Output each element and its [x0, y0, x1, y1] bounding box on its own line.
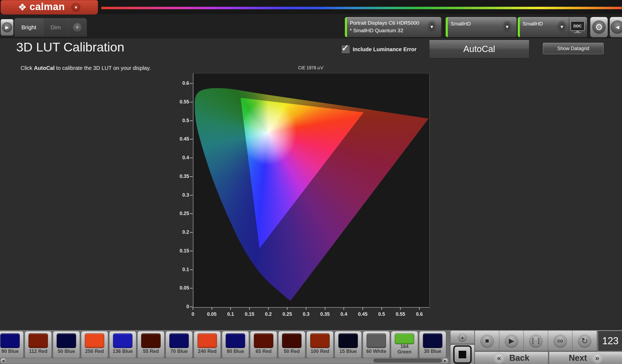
instruction-prefix: Click [21, 65, 34, 71]
swatch-label: 15 Blue [335, 349, 361, 354]
loop-button[interactable]: ∞ [548, 330, 573, 351]
pattern-swatch[interactable]: 70 Blue [166, 331, 193, 359]
pattern-swatch[interactable]: 100 Red [306, 331, 333, 359]
tab-add[interactable]: + [68, 18, 87, 37]
pattern-swatch[interactable]: 55 Red [137, 331, 164, 359]
meter-dropdown-1[interactable]: Portrait Displays C6 HDR5000* SmallHD Qu… [345, 17, 442, 37]
x-axis-tick [400, 307, 401, 310]
swatch-color-chip [0, 333, 20, 348]
pattern-swatch[interactable]: 30 Blue [419, 331, 446, 359]
swatch-scrollbar[interactable]: ◀ ▶ [0, 358, 449, 364]
ddc-monitor-icon: DDC [571, 21, 585, 31]
x-axis-label: 0.3 [297, 311, 316, 317]
swatch-color-chip [310, 333, 330, 348]
y-axis-label: 0.2 [170, 229, 189, 235]
back-label: Back [509, 353, 529, 363]
pattern-swatch[interactable]: 136 Blue [109, 331, 136, 359]
swatch-label: 250 Red [81, 349, 108, 354]
chevron-down-icon: ▼ [502, 21, 512, 34]
range-button[interactable]: [··] [523, 330, 548, 351]
meter-line2: * SmallHD Quantum 32 [350, 27, 425, 34]
stop-icon: ■ [480, 334, 494, 348]
instruction-bold: AutoCal [34, 65, 55, 71]
swatch-color-chip [57, 333, 76, 348]
chevron-left-icon: ◀ [611, 20, 622, 34]
meter-dropdown-3[interactable]: SmallHD▼DDC [517, 17, 587, 37]
tab-dim[interactable]: Dim [44, 18, 68, 37]
ddc-button[interactable]: DDC [569, 17, 586, 37]
x-axis-label: 0.4 [334, 311, 353, 317]
y-axis-label: 0.5 [170, 118, 189, 123]
sidebar-expand-button[interactable]: ▶ [1, 19, 14, 36]
swatch-label: 136 Blue [109, 349, 136, 354]
y-axis-tick [190, 139, 193, 139]
y-axis-label: 0.3 [170, 192, 189, 198]
pattern-swatch[interactable]: 164 Green [391, 331, 418, 359]
x-axis-tick [212, 307, 212, 310]
meter-status-stripe [446, 17, 448, 37]
x-axis-tick [230, 307, 231, 310]
next-button[interactable]: Next » [549, 352, 622, 364]
panel-collapse-button[interactable]: ◀ [610, 17, 622, 37]
scrollbar-thumb[interactable] [373, 359, 442, 363]
calman-logo-text: calman [30, 1, 65, 12]
y-axis-tick [190, 158, 193, 158]
settings-button[interactable]: ⚙ [590, 17, 608, 37]
pattern-swatch[interactable]: 240 Red [194, 331, 221, 359]
show-datagrid-button[interactable]: Show Datagrid [543, 43, 604, 54]
x-axis-tick [268, 307, 269, 310]
swatch-label: 50 Blue [53, 349, 80, 354]
pattern-swatch[interactable]: 50 Blue [53, 331, 80, 359]
x-axis-label: 0.35 [316, 311, 335, 317]
swatch-label: 100 Red [307, 349, 333, 354]
tab-bright[interactable]: Bright [14, 18, 44, 37]
calman-logo-icon: ❖ [18, 2, 27, 12]
tab-strip: BrightDim+ [14, 18, 87, 37]
pattern-swatch[interactable]: 80 Blue [222, 331, 249, 359]
scroll-right-button[interactable]: ▶ [443, 358, 448, 363]
meter-status-stripe [518, 17, 520, 37]
scroll-left-button[interactable]: ◀ [1, 358, 6, 363]
meter-line1: Portrait Displays C6 HDR5000 [350, 19, 425, 27]
swatch-color-chip [226, 333, 245, 348]
y-axis-label: 0.6 [170, 80, 189, 86]
refresh-button[interactable]: ↻ [572, 330, 597, 351]
pattern-swatch[interactable]: 250 Red [81, 331, 108, 359]
pattern-swatch[interactable]: 65 Red [250, 331, 277, 359]
x-axis-label: 0.5 [372, 311, 391, 317]
chevron-up-icon: ▲ [458, 333, 467, 342]
x-axis-label: 0.6 [410, 311, 429, 317]
instruction-suffix: to calibrate the 3D LUT on your display. [55, 65, 151, 71]
autocal-button[interactable]: AutoCal [429, 40, 530, 58]
pattern-swatch[interactable]: 15 Blue [335, 331, 362, 359]
luminance-error-checkbox[interactable]: ✓ [342, 46, 349, 53]
pattern-window-button[interactable] [450, 344, 475, 364]
swatch-color-chip [141, 333, 161, 348]
pattern-swatch[interactable]: 50 Red [278, 331, 305, 359]
swatch-color-chip [423, 333, 442, 348]
x-axis-tick [325, 307, 325, 310]
calman-menu-button[interactable]: ❖ calman ▼ [1, 0, 98, 15]
scroll-up-button[interactable]: ▲ [450, 330, 475, 344]
checkbox-label: Include Luminance Error [353, 46, 417, 53]
x-axis-label: 0 [183, 311, 202, 317]
meter-dropdown-2[interactable]: SmallHD▼ [445, 17, 517, 37]
swatch-color-chip [28, 333, 48, 348]
stop-button[interactable]: ■ [475, 330, 500, 351]
pattern-swatch[interactable]: 90 Blue [0, 331, 24, 359]
y-axis-label: 0.45 [170, 136, 189, 142]
back-button[interactable]: « Back [475, 352, 548, 364]
chevron-down-icon: ▼ [557, 21, 567, 34]
logo-menu-chevron[interactable]: ▼ [71, 3, 80, 12]
x-axis-tick [249, 307, 250, 310]
x-axis-tick [419, 307, 420, 310]
y-axis-label: 0.4 [170, 155, 189, 161]
x-axis-label: 0.45 [353, 311, 372, 317]
pattern-swatch[interactable]: 112 Red [25, 331, 52, 359]
y-axis-tick [190, 83, 193, 84]
swatch-label: 70 Blue [166, 349, 192, 354]
pattern-swatch[interactable]: 60 White [363, 331, 390, 359]
play-button[interactable]: ▶ [499, 330, 524, 351]
swatch-color-chip [169, 333, 189, 348]
x-axis-tick [287, 307, 287, 310]
